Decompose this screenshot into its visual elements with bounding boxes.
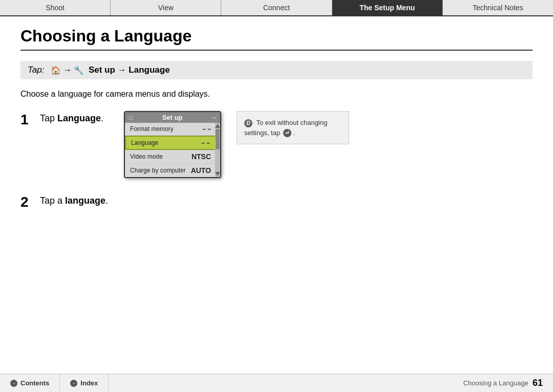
screen-row-video: Video mode NTSC	[125, 150, 220, 164]
scrollbar-down-icon[interactable]	[215, 172, 220, 176]
bottom-navigation: → Contents → Index	[0, 374, 109, 393]
exit-button-icon: ⏎	[283, 129, 291, 137]
camera-screen: □ Set up ─ Format memory – –	[124, 111, 221, 178]
screen-row-video-label: Video mode	[130, 153, 163, 160]
index-button[interactable]: → Index	[60, 374, 109, 393]
screen-row-charge: Charge by computer AUTO	[125, 164, 220, 177]
bottom-bar: → Contents → Index Choosing a Language 6…	[0, 374, 553, 392]
scrollbar-up-icon[interactable]	[215, 124, 220, 128]
tab-shoot[interactable]: Shoot	[0, 0, 111, 15]
screen-icon: □	[129, 115, 133, 121]
tap-instruction-bar: Tap: 🏠 → 🔧 Set up → Language	[20, 61, 533, 79]
step-1-number: 1	[20, 111, 36, 128]
page-description: Choose a language for camera menus and d…	[20, 90, 533, 99]
step-1-text: Tap Language.	[36, 111, 103, 124]
camera-screen-wrapper: □ Set up ─ Format memory – –	[124, 111, 349, 178]
step-2-number: 2	[20, 193, 36, 211]
content-area: 1 Tap Language. □ Set up ─	[20, 111, 533, 226]
step-2: 2 Tap a language.	[20, 193, 533, 211]
index-label: Index	[80, 379, 98, 387]
screen-scrollbar[interactable]	[215, 123, 220, 177]
steps-area: 1 Tap Language. □ Set up ─	[20, 111, 533, 226]
tab-connect[interactable]: Connect	[221, 0, 332, 15]
top-navigation: Shoot View Connect The Setup Menu Techni…	[0, 0, 553, 16]
tap-label: Tap:	[28, 65, 44, 75]
main-content: Choosing a Language Tap: 🏠 → 🔧 Set up → …	[0, 16, 553, 374]
wrench-icon: 🔧	[74, 66, 84, 75]
screen-header: □ Set up ─	[125, 112, 220, 123]
tab-technical[interactable]: Technical Notes	[443, 0, 553, 15]
note-box: D To exit without changing settings, tap…	[237, 111, 349, 144]
arrow-icon-1: →	[63, 65, 72, 75]
step-2-text: Tap a language.	[36, 193, 108, 206]
screen-title: Set up	[133, 114, 212, 121]
page-label: Choosing a Language	[463, 379, 528, 387]
contents-icon: →	[10, 380, 17, 387]
screen-row-format-value: – –	[202, 125, 211, 133]
note-icon: D	[244, 119, 252, 127]
tab-view[interactable]: View	[111, 0, 221, 15]
page-info: Choosing a Language 61	[463, 378, 553, 388]
home-icon: 🏠	[51, 66, 61, 75]
index-icon: →	[70, 380, 77, 387]
note-text-after: .	[293, 129, 295, 137]
screen-row-format-label: Format memory	[130, 125, 174, 133]
tap-path: Set up → Language	[86, 65, 169, 75]
screen-row-language: Language – –	[125, 136, 220, 150]
page-title: Choosing a Language	[20, 27, 533, 51]
page-number: 61	[533, 378, 543, 388]
screen-row-language-label: Language	[131, 139, 158, 146]
screen-body: Format memory – – Language – –	[125, 123, 220, 177]
contents-label: Contents	[20, 379, 49, 387]
screen-row-format: Format memory – –	[125, 123, 220, 136]
screen-close-icon: ─	[212, 115, 216, 121]
screen-row-charge-label: Charge by computer	[130, 167, 186, 174]
contents-button[interactable]: → Contents	[0, 374, 60, 393]
screen-row-video-value: NTSC	[192, 153, 211, 161]
step-1: 1 Tap Language.	[20, 111, 103, 128]
screen-row-charge-value: AUTO	[191, 166, 211, 175]
scrollbar-thumb[interactable]	[216, 129, 220, 149]
tab-setup[interactable]: The Setup Menu	[332, 0, 443, 15]
screen-row-language-value: – –	[201, 139, 210, 146]
